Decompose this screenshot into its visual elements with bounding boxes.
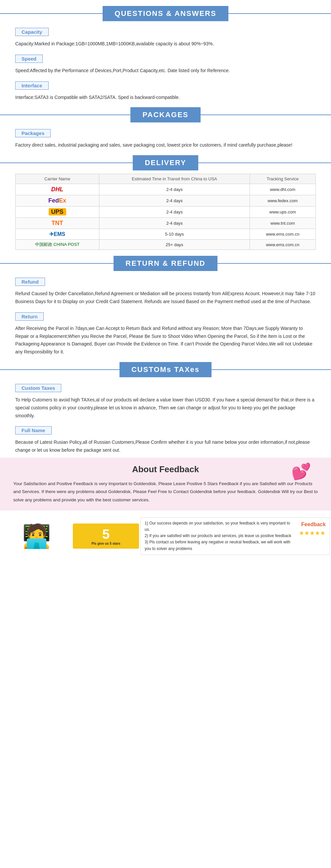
transit-cell: 25+ days [99,240,250,250]
fullname-tag: Full Name [15,426,52,434]
refund-title: RETURN & REFUND [114,256,217,271]
header-line-right [201,115,331,115]
banner-item2: 2) If you are satisfied with our product… [145,533,296,539]
website-cell: www.fedex.com [249,195,315,207]
speed-text: Speed:Affected by the Performance of Dev… [15,67,316,75]
agent-image: 🧑‍💻 [0,523,73,550]
delivery-table: Carrier Name Estimated Time in Transit f… [15,174,316,250]
header-line-left [0,162,133,163]
website-cell: www.ems.com.cn [249,229,315,240]
carrier-cell: 中国邮政 CHINA POST [16,240,99,250]
customs-tag: Custom Taxes [15,384,61,392]
star-number: 5 [102,527,110,542]
carrier-cell: ✈EMS [16,229,99,240]
star-box: 5 Pls give us 5 stars [73,524,139,549]
table-row: 中国邮政 CHINA POST25+ dayswww.ems.com.cn [16,240,316,250]
feedback-title: About Feedback [13,464,318,474]
table-row: ✈EMS5-10 dayswww.ems.com.cn [16,229,316,240]
bottom-banner: 🧑‍💻 5 Pls give us 5 stars 1) Our success… [0,514,331,558]
customs-text: To Help Cutomers to avoid high TAXes,al … [15,396,316,420]
pls-star-text: Pls give us 5 stars [91,542,120,545]
capacity-tag: Capacity [15,28,49,36]
header-line-right [229,13,331,14]
col-transit: Estimated Time in Transit from China to … [99,174,250,184]
header-line-left [0,263,114,264]
refund-section-header: RETURN & REFUND [0,256,331,271]
header-line-right [198,162,331,163]
packages-section-header: PACKAGES [0,107,331,122]
agent-icon: 🧑‍💻 [0,523,73,550]
customs-section-header: CUSTOMs TAXes [0,362,331,377]
packages-title: PACKAGES [130,107,200,122]
table-row: TNT2-4 dayswww.tnt.com [16,218,316,229]
carrier-cell: UPS [16,207,99,218]
banner-item3: 3) Pls contact us before leaving any neg… [145,539,296,552]
transit-cell: 5-10 days [99,229,250,240]
transit-cell: 2-4 days [99,195,250,207]
transit-cell: 2-4 days [99,218,250,229]
header-line-right [217,263,331,264]
return-tag: Return [15,312,44,321]
table-row: FedEx2-4 dayswww.fedex.com [16,195,316,207]
banner-content: 1) Our success depends on your satisfact… [140,517,330,555]
packages-tag: Packages [15,129,51,137]
header-line-left [0,369,120,370]
fullname-text: Because of Latest Rusian Policy,all of R… [15,438,316,454]
feedback-text: Your Satisfaction and Positive Feedback … [13,480,318,504]
speed-tag: Speed [15,55,43,63]
website-cell: www.ems.com.cn [249,240,315,250]
website-cell: www.dhl.com [249,184,315,195]
stars-display: ★★★★★ [299,528,325,538]
refund-tag: Refund [15,278,45,286]
website-cell: www.tnt.com [249,218,315,229]
banner-item1: 1) Our success depends on your satisfact… [145,520,296,533]
carrier-cell: DHL [16,184,99,195]
delivery-title: DELIVERY [133,155,198,170]
transit-cell: 2-4 days [99,207,250,218]
interface-tag: Interface [15,82,49,90]
transit-cell: 2-4 days [99,184,250,195]
hearts-icon: 💕 [291,462,311,481]
qa-section-header: QUESTIONS & ANSWERS [0,6,331,21]
delivery-section-header: DELIVERY [0,155,331,170]
return-text: After Receiving the Parcel in 7days,we C… [15,324,316,356]
carrier-cell: TNT [16,218,99,229]
table-row: UPS2-4 dayswww.ups.com [16,207,316,218]
col-carrier: Carrier Name [16,174,99,184]
header-line-right [211,369,331,370]
packages-text: Factory direct sales, industrial packagi… [15,141,316,149]
refund-text: Refund Caused by Order Cancellation,Refu… [15,290,316,306]
capacity-text: Capacity:Marked in Package:1GB=1000MB,1M… [15,40,316,48]
table-row: DHL2-4 dayswww.dhl.com [16,184,316,195]
interface-text: Interface:SATA3 is Compatible with SATA2… [15,94,316,101]
carrier-cell: FedEx [16,195,99,207]
feedback-label: Feedback [301,520,326,529]
qa-title: QUESTIONS & ANSWERS [102,6,228,21]
header-line-left [0,13,102,14]
feedback-section: 💕 About Feedback Your Satisfaction and P… [0,458,331,510]
customs-title: CUSTOMs TAXes [120,362,211,377]
website-cell: www.ups.com [249,207,315,218]
header-line-left [0,115,130,115]
col-tracking: Tracking Service [249,174,315,184]
